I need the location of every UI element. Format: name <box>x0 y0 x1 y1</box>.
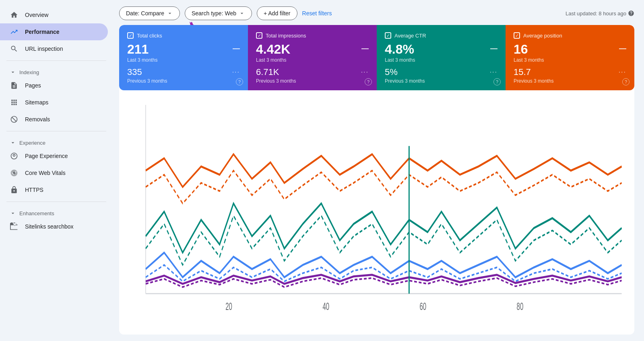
sidebar-label-core-web-vitals: Core Web Vitals <box>25 170 66 176</box>
metric-card-header-ctr: Average CTR <box>385 32 497 39</box>
metric-dots-impressions: ··· <box>361 69 369 76</box>
sitemaps-icon <box>10 98 19 107</box>
metric-label-position: Average position <box>523 33 562 39</box>
sidebar-item-overview[interactable]: Overview <box>0 6 108 23</box>
reset-filters-label: Reset filters <box>302 10 332 17</box>
page-experience-icon <box>10 152 19 160</box>
date-compare-label: Date: Compare <box>126 10 164 17</box>
metric-help-position[interactable]: ? <box>622 78 630 85</box>
sidebar-label-removals: Removals <box>25 116 50 123</box>
sidebar-item-url-inspection[interactable]: URL inspection <box>0 40 108 57</box>
metric-period-clicks: Last 3 months <box>127 57 157 63</box>
svg-text:60: 60 <box>420 301 427 313</box>
checkbox-position <box>514 32 520 39</box>
sidebar-item-sitelinks-searchbox[interactable]: Sitelinks searchbox <box>0 218 108 235</box>
checkbox-ctr <box>385 32 391 39</box>
sidebar-section-enhancements[interactable]: Enhancements <box>0 205 113 218</box>
last-updated-label: Last updated: 8 hours ago <box>566 10 626 17</box>
metric-dash-position: — <box>619 44 626 53</box>
sidebar-label-https: HTTPS <box>25 187 43 193</box>
sidebar-section-experience[interactable]: Experience <box>0 135 113 148</box>
sidebar-label-page-experience: Page Experience <box>25 153 68 159</box>
metric-prev-value-position: 15.7 <box>514 68 553 77</box>
sidebar-divider-2 <box>6 131 106 131</box>
metric-label-clicks: Total clicks <box>137 33 162 39</box>
add-filter-label: + Add filter <box>264 10 291 17</box>
metric-period-ctr: Last 3 months <box>385 57 415 63</box>
metric-prev-value-ctr: 5% <box>385 68 425 77</box>
sidebar-item-removals[interactable]: Removals <box>0 111 108 128</box>
chevron-down-icon <box>167 10 173 17</box>
metric-dots-position: ··· <box>619 69 626 76</box>
chart-container: 20 40 60 80 <box>119 90 634 335</box>
sidebar-label-performance: Performance <box>25 29 60 35</box>
metric-value-ctr: 4.8% <box>385 43 415 56</box>
chevron-down-icon-2 <box>239 10 245 17</box>
metric-cards: Total clicks 211 Last 3 months — 335 Pre… <box>119 25 634 90</box>
removals-icon <box>10 115 19 124</box>
main-content: Date: Compare Search type: Web + Add fil… <box>113 0 644 341</box>
sidebar-item-https[interactable]: HTTPS <box>0 181 108 198</box>
metric-label-impressions: Total impressions <box>266 33 306 39</box>
pages-icon <box>10 81 19 90</box>
sidebar-item-page-experience[interactable]: Page Experience <box>0 148 108 164</box>
sidebar-item-performance[interactable]: Performance <box>0 23 108 40</box>
metric-prev-period-impressions: Previous 3 months <box>256 78 296 84</box>
performance-chart: 20 40 60 80 <box>127 97 626 326</box>
metric-help-ctr[interactable]: ? <box>493 78 501 85</box>
sidebar-divider-3 <box>6 202 106 202</box>
svg-text:80: 80 <box>517 301 524 313</box>
trending-up-icon <box>10 27 19 36</box>
metric-dash-clicks: — <box>233 44 240 53</box>
sidebar-item-core-web-vitals[interactable]: Core Web Vitals <box>0 164 108 181</box>
sidebar-section-enhancements-label: Enhancements <box>19 210 54 216</box>
metric-prev-period-ctr: Previous 3 months <box>385 78 425 84</box>
date-compare-button[interactable]: Date: Compare <box>119 6 180 20</box>
sidebar-label-sitelinks-searchbox: Sitelinks searchbox <box>25 223 74 230</box>
sidebar-label-overview: Overview <box>25 12 48 18</box>
sidebar-label-url-inspection: URL inspection <box>25 46 63 52</box>
sidebar-section-indexing[interactable]: Indexing <box>0 64 113 77</box>
sitelinks-icon <box>10 222 19 231</box>
sidebar-item-pages[interactable]: Pages <box>0 77 108 94</box>
help-icon <box>628 10 634 17</box>
toolbar: Date: Compare Search type: Web + Add fil… <box>119 6 634 20</box>
metric-prev-value-clicks: 335 <box>127 68 167 77</box>
metric-help-clicks[interactable]: ? <box>236 78 243 85</box>
svg-point-0 <box>13 172 15 174</box>
metric-prev-period-clicks: Previous 3 months <box>127 78 167 84</box>
metric-period-impressions: Last 3 months <box>256 57 290 63</box>
metric-card-total-clicks[interactable]: Total clicks 211 Last 3 months — 335 Pre… <box>119 25 248 90</box>
sidebar: Overview Performance URL inspection Inde… <box>0 0 113 341</box>
add-filter-button[interactable]: + Add filter <box>257 6 297 20</box>
metric-card-average-position[interactable]: Average position 16 Last 3 months — 15.7… <box>506 25 634 90</box>
svg-text:20: 20 <box>225 301 232 313</box>
sidebar-label-sitemaps: Sitemaps <box>25 99 48 106</box>
metric-card-header-impressions: Total impressions <box>256 32 369 39</box>
reset-filters-button[interactable]: Reset filters <box>302 10 332 17</box>
metric-help-impressions[interactable]: ? <box>365 78 372 85</box>
sidebar-section-indexing-label: Indexing <box>19 69 39 75</box>
metric-dash-impressions: — <box>361 44 369 53</box>
metric-value-impressions: 4.42K <box>256 43 290 56</box>
svg-text:40: 40 <box>322 301 329 313</box>
checkbox-impressions <box>256 32 262 39</box>
core-web-vitals-icon <box>10 168 19 177</box>
metric-label-ctr: Average CTR <box>394 33 426 39</box>
metric-prev-period-position: Previous 3 months <box>514 78 553 84</box>
metric-card-average-ctr[interactable]: Average CTR 4.8% Last 3 months — 5% Prev… <box>377 25 506 90</box>
metric-value-position: 16 <box>514 43 544 56</box>
last-updated: Last updated: 8 hours ago <box>566 10 634 17</box>
metric-dots-ctr: ··· <box>490 69 497 76</box>
metric-value-clicks: 211 <box>127 43 157 56</box>
home-icon <box>10 10 19 19</box>
search-icon <box>10 44 19 53</box>
search-type-label: Search type: Web <box>192 10 236 17</box>
metric-dots-clicks: ··· <box>232 69 240 76</box>
card-and-chart: Total clicks 211 Last 3 months — 335 Pre… <box>119 25 634 335</box>
sidebar-item-sitemaps[interactable]: Sitemaps <box>0 94 108 111</box>
search-type-button[interactable]: Search type: Web <box>185 6 252 20</box>
metric-card-total-impressions[interactable]: Total impressions 4.42K Last 3 months — … <box>248 25 377 90</box>
metric-card-header-position: Average position <box>514 32 626 39</box>
sidebar-section-experience-label: Experience <box>19 140 45 146</box>
